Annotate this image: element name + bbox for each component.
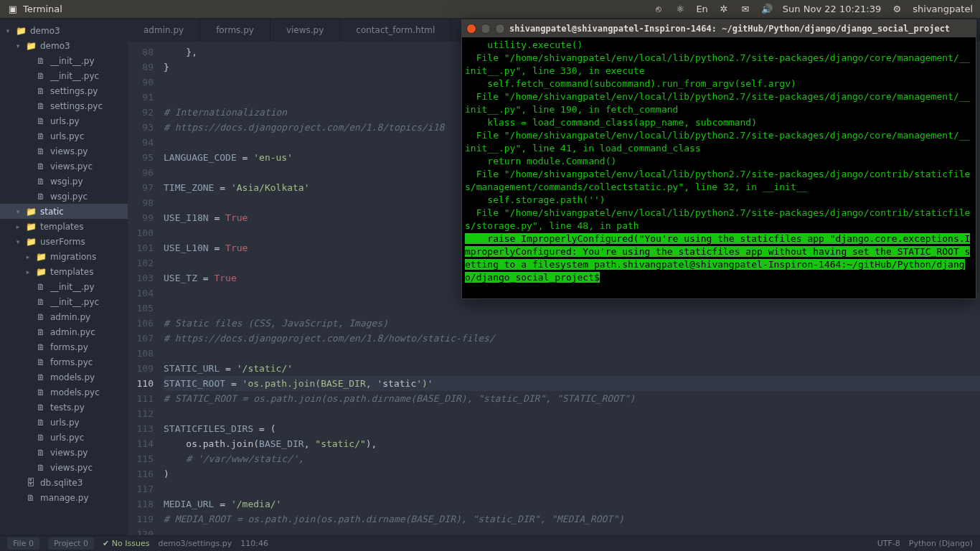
mail-icon[interactable]: ✉ bbox=[740, 4, 751, 15]
db-icon: 🗄 bbox=[26, 478, 36, 488]
tree-file-views-pyc[interactable]: 🗎views.pyc bbox=[0, 159, 128, 174]
tree-file--init-py[interactable]: 🗎__init__.py bbox=[0, 53, 128, 68]
tree-file-tests-py[interactable]: 🗎tests.py bbox=[0, 400, 128, 415]
status-file-path[interactable]: demo3/settings.py bbox=[158, 539, 232, 548]
window-maximize-button[interactable] bbox=[495, 24, 505, 34]
terminal-window[interactable]: shivangpatel@shivangpatel-Inspiron-1464:… bbox=[461, 19, 976, 299]
file-icon: 🗎 bbox=[26, 493, 36, 503]
tree-file-views-py[interactable]: 🗎views.py bbox=[0, 143, 128, 159]
tree-item-label: __init__.pyc bbox=[50, 297, 128, 307]
tree-folder-static[interactable]: 📁static bbox=[0, 204, 128, 219]
bluetooth-icon[interactable]: ✲ bbox=[718, 4, 730, 15]
tree-item-label: views.py bbox=[50, 146, 128, 156]
status-encoding[interactable]: UTF-8 bbox=[877, 539, 900, 548]
tab-contact-form-html[interactable]: contact_form.html bbox=[340, 19, 451, 42]
network-icon[interactable]: ⎋ bbox=[653, 4, 664, 15]
folder-icon: 📁 bbox=[26, 207, 36, 217]
tree-item-label: manage.py bbox=[40, 493, 128, 503]
tree-file-urls-py[interactable]: 🗎urls.py bbox=[0, 113, 128, 128]
tree-folder-migrations[interactable]: 📁migrations bbox=[0, 249, 128, 264]
tree-twisty-icon[interactable] bbox=[14, 223, 22, 230]
tree-twisty-icon[interactable] bbox=[14, 208, 22, 215]
tree-file--init-pyc[interactable]: 🗎__init__.pyc bbox=[0, 68, 128, 83]
file-icon: 🗎 bbox=[36, 56, 46, 66]
tree-folder-demo3[interactable]: 📁demo3 bbox=[0, 38, 128, 53]
tree-twisty-icon[interactable] bbox=[14, 42, 22, 50]
tree-file-models-pyc[interactable]: 🗎models.pyc bbox=[0, 385, 128, 400]
volume-icon[interactable]: 🔊 bbox=[761, 4, 773, 15]
tree-file-wsgi-pyc[interactable]: 🗎wsgi.pyc bbox=[0, 189, 128, 204]
tree-file-wsgi-py[interactable]: 🗎wsgi.py bbox=[0, 174, 128, 189]
terminal-titlebar[interactable]: shivangpatel@shivangpatel-Inspiron-1464:… bbox=[462, 20, 976, 37]
tree-file--init-pyc[interactable]: 🗎__init__.pyc bbox=[0, 294, 128, 309]
tree-item-label: views.pyc bbox=[50, 463, 128, 473]
tree-item-label: views.py bbox=[50, 448, 128, 458]
tab-admin-py[interactable]: admin.py bbox=[128, 19, 200, 42]
tree-item-label: models.pyc bbox=[50, 387, 128, 397]
file-icon: 🗎 bbox=[36, 372, 46, 382]
tree-item-label: static bbox=[40, 207, 128, 217]
terminal-output[interactable]: utility.execute() File "/home/shivangpat… bbox=[462, 37, 976, 298]
tree-file-forms-pyc[interactable]: 🗎forms.pyc bbox=[0, 354, 128, 369]
tree-twisty-icon[interactable] bbox=[24, 253, 32, 260]
tree-file-admin-pyc[interactable]: 🗎admin.pyc bbox=[0, 324, 128, 339]
tree-file-urls-py[interactable]: 🗎urls.py bbox=[0, 415, 128, 430]
tree-item-label: userForms bbox=[40, 237, 128, 247]
terminal-title: shivangpatel@shivangpatel-Inspiron-1464:… bbox=[509, 24, 950, 34]
tree-file-settings-py[interactable]: 🗎settings.py bbox=[0, 83, 128, 98]
tree-twisty-icon[interactable] bbox=[4, 27, 11, 34]
tree-file-models-py[interactable]: 🗎models.py bbox=[0, 369, 128, 385]
tree-twisty-icon[interactable] bbox=[24, 268, 32, 276]
tree-file-db-sqlite3[interactable]: 🗄db.sqlite3 bbox=[0, 475, 128, 490]
folder-icon: 📁 bbox=[26, 237, 36, 247]
status-project-count[interactable]: Project 0 bbox=[48, 537, 94, 550]
tree-twisty-icon[interactable] bbox=[14, 238, 22, 245]
folder-icon: 📁 bbox=[36, 252, 46, 262]
tree-item-label: templates bbox=[50, 267, 128, 277]
file-icon: 🗎 bbox=[36, 161, 46, 171]
tree-file-settings-pyc[interactable]: 🗎settings.pyc bbox=[0, 98, 128, 113]
tree-file-urls-pyc[interactable]: 🗎urls.pyc bbox=[0, 430, 128, 445]
file-icon: 🗎 bbox=[36, 357, 46, 367]
wifi-icon[interactable]: ⚛ bbox=[674, 4, 686, 15]
tree-file-views-py[interactable]: 🗎views.py bbox=[0, 445, 128, 460]
project-sidebar[interactable]: 📁demo3📁demo3🗎__init__.py🗎__init__.pyc🗎se… bbox=[0, 19, 128, 535]
window-close-button[interactable] bbox=[466, 24, 476, 34]
tree-file--init-py[interactable]: 🗎__init__.py bbox=[0, 279, 128, 294]
file-icon: 🗎 bbox=[36, 176, 46, 187]
file-icon: 🗎 bbox=[36, 448, 46, 458]
gear-icon[interactable]: ⚙ bbox=[891, 4, 903, 15]
window-minimize-button[interactable] bbox=[481, 24, 491, 34]
tree-folder-templates[interactable]: 📁templates bbox=[0, 264, 128, 279]
folder-icon: 📁 bbox=[16, 26, 26, 36]
tree-item-label: urls.py bbox=[50, 116, 128, 126]
tree-file-urls-pyc[interactable]: 🗎urls.pyc bbox=[0, 128, 128, 143]
file-icon: 🗎 bbox=[36, 116, 46, 126]
tree-file-forms-py[interactable]: 🗎forms.py bbox=[0, 339, 128, 354]
tree-item-label: admin.py bbox=[50, 312, 128, 322]
clock[interactable]: Sun Nov 22 10:21:39 bbox=[783, 4, 881, 14]
tree-folder-userforms[interactable]: 📁userForms bbox=[0, 234, 128, 249]
session-user[interactable]: shivangpatel bbox=[913, 4, 973, 14]
tree-item-label: urls.py bbox=[50, 418, 128, 428]
file-icon: 🗎 bbox=[36, 342, 46, 352]
tree-item-label: migrations bbox=[50, 252, 128, 262]
tab-views-py[interactable]: views.py bbox=[270, 19, 340, 42]
file-icon: 🗎 bbox=[36, 402, 46, 413]
tree-file-views-pyc[interactable]: 🗎views.pyc bbox=[0, 460, 128, 475]
file-icon: 🗎 bbox=[36, 131, 46, 141]
tree-file-admin-py[interactable]: 🗎admin.py bbox=[0, 309, 128, 324]
file-icon: 🗎 bbox=[36, 297, 46, 307]
keyboard-lang[interactable]: En bbox=[696, 4, 707, 14]
tree-file-manage-py[interactable]: 🗎manage.py bbox=[0, 490, 128, 505]
status-issues[interactable]: ✔ No Issues bbox=[103, 539, 149, 548]
status-file-count[interactable]: File 0 bbox=[7, 537, 39, 550]
tree-item-label: forms.py bbox=[50, 342, 128, 352]
tree-item-label: models.py bbox=[50, 372, 128, 382]
file-icon: 🗎 bbox=[36, 433, 46, 443]
tab-forms-py[interactable]: forms.py bbox=[200, 19, 270, 42]
tree-folder-demo3[interactable]: 📁demo3 bbox=[0, 23, 128, 38]
status-language-mode[interactable]: Python (Django) bbox=[909, 539, 973, 548]
tree-folder-templates[interactable]: 📁templates bbox=[0, 219, 128, 234]
tree-item-label: views.pyc bbox=[50, 161, 128, 171]
